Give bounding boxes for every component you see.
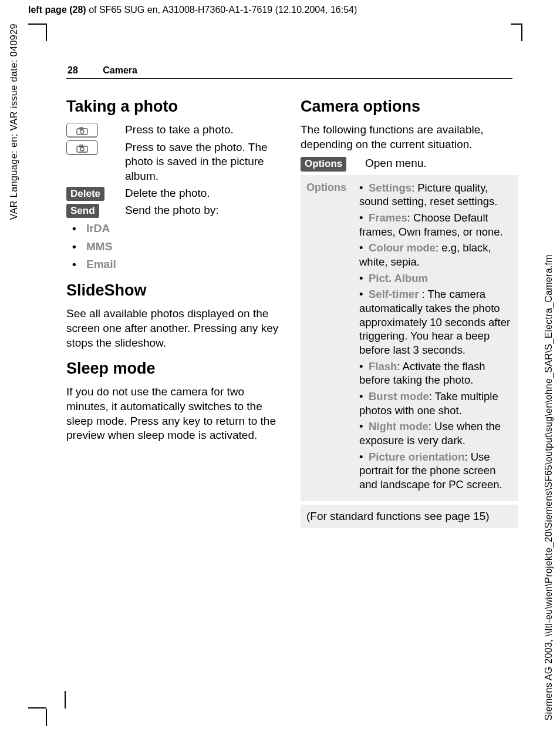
heading-sleep: Sleep mode [66, 358, 284, 379]
desc-save: Press to save the photo. The photo is sa… [125, 140, 284, 184]
list-item: Burst mode: Take multiple photos with on… [359, 389, 512, 417]
crop-mark [65, 691, 66, 709]
doc-header-bold: left page (28) [28, 5, 86, 15]
list-item: Self-timer : The camera automatically ta… [359, 287, 512, 357]
section-name: Camera [103, 65, 137, 75]
list-item: MMS [66, 240, 284, 254]
running-head: 28 Camera [68, 65, 137, 76]
header-rule [66, 78, 512, 79]
left-column: Taking a photo Press to take a photo. Pr… [66, 88, 284, 528]
row-send: Send Send the photo by: [66, 203, 284, 218]
list-item: Colour mode: e.g, black, white, sepia. [359, 241, 512, 268]
options-box: Options Settings: Picture quality, sound… [301, 175, 518, 501]
crop-mark [46, 23, 47, 41]
crop-mark [28, 707, 46, 709]
camera-icon [66, 140, 98, 155]
crop-mark [521, 23, 522, 41]
camera-icon [66, 123, 98, 137]
doc-header: left page (28) of SF65 SUG en, A31008-H7… [28, 5, 357, 15]
options-footnote: (For standard functions see page 15) [301, 505, 518, 529]
row-save: Press to save the photo. The photo is sa… [66, 140, 284, 184]
list-item: IrDA [66, 221, 284, 236]
heading-slideshow: SlideShow [66, 280, 284, 301]
desc-send: Send the photo by: [125, 203, 284, 218]
list-item: Pict. Album [359, 271, 512, 286]
softkey-send: Send [66, 203, 125, 218]
softkey-options: Options [301, 156, 365, 171]
desc-delete: Delete the photo. [125, 186, 284, 201]
list-item: Email [66, 257, 284, 272]
list-item: Settings: Picture quality, sound setting… [359, 181, 512, 209]
svg-point-2 [80, 130, 84, 133]
list-item: Flash: Activate the flash before taking … [359, 360, 512, 387]
side-text-left: VAR Language: en; VAR issue date: 040929 [9, 23, 19, 220]
crop-mark [28, 23, 46, 25]
page-number: 28 [68, 65, 78, 75]
desc-take: Press to take a photo. [125, 123, 284, 137]
para-options-intro: The following functions are available, d… [301, 123, 518, 152]
right-column: Camera options The following functions a… [301, 88, 518, 528]
send-list: IrDA MMS Email [66, 221, 284, 272]
para-slideshow: See all available photos displayed on th… [66, 307, 284, 350]
heading-camera-options: Camera options [301, 96, 518, 117]
content-area: Taking a photo Press to take a photo. Pr… [66, 88, 518, 528]
crop-mark [511, 23, 522, 25]
row-open-menu: Options Open menu. [301, 156, 518, 171]
para-sleep: If you do not use the camera for two min… [66, 385, 284, 443]
list-item: Frames: Choose Default frames, Own frame… [359, 211, 512, 239]
camera-key [66, 140, 125, 156]
crop-mark [46, 709, 47, 726]
doc-header-rest: of SF65 SUG en, A31008-H7360-A1-1-7619 (… [86, 5, 357, 15]
side-text-right: Siemens AG 2003, \\Itl-eu\wien\Projekte_… [544, 254, 554, 720]
softkey-delete: Delete [66, 186, 125, 201]
list-item: Night mode: Use when the exposure is ver… [359, 419, 512, 447]
options-box-label: Options [306, 181, 359, 494]
heading-taking-photo: Taking a photo [66, 96, 284, 117]
svg-point-5 [80, 147, 84, 151]
options-list: Settings: Picture quality, sound setting… [359, 181, 512, 494]
row-delete: Delete Delete the photo. [66, 186, 284, 201]
desc-open-menu: Open menu. [365, 156, 518, 171]
list-item: Picture orientation: Use portrait for th… [359, 450, 512, 492]
row-take: Press to take a photo. [66, 123, 284, 138]
camera-key [66, 123, 125, 138]
